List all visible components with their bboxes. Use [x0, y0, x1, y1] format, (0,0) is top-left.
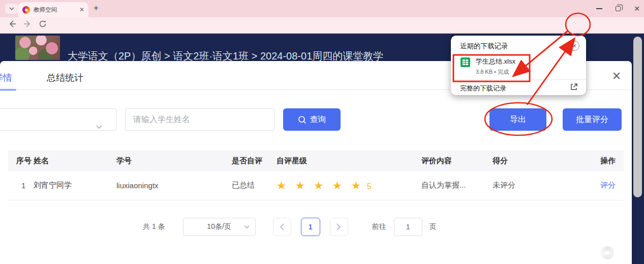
modal-close-icon[interactable]: ✕ — [610, 70, 623, 82]
downloads-popup-title: 近期的下载记录 — [460, 42, 508, 51]
back-icon[interactable] — [8, 20, 16, 30]
new-tab-button[interactable]: + — [94, 3, 99, 13]
student-name-input[interactable] — [125, 108, 274, 131]
window-restore-icon[interactable] — [616, 6, 621, 11]
reload-icon[interactable] — [39, 20, 47, 30]
query-button[interactable]: 查询 — [283, 108, 341, 131]
forward-icon[interactable] — [23, 20, 32, 30]
browser-tab-strip: 教师空间 ✕ + ✕ — [0, 0, 644, 17]
chevron-right-icon — [336, 223, 341, 230]
col-name: 姓名 — [34, 156, 116, 166]
download-file-meta: 3.8 KB • 完成 — [476, 68, 515, 76]
batch-score-button[interactable]: 批量评分 — [563, 108, 622, 131]
window-minimize-icon[interactable] — [596, 8, 602, 9]
site-favicon-icon — [22, 6, 30, 14]
chevron-down-icon — [96, 125, 102, 129]
next-page-button[interactable] — [330, 218, 348, 236]
col-student-id: 学号 — [116, 156, 232, 166]
downloads-popup: 近期的下载记录 ✕ 学生总结.xlsx 3.8 KB • 完成 完整的下载记录 — [451, 36, 586, 95]
chevron-left-icon — [280, 223, 284, 230]
icve-watermark-icon — [601, 246, 614, 259]
browser-toolbar: zjy2.icve.com.cn/teacher/spoc_attendClas… — [0, 17, 644, 34]
open-downloads-icon[interactable] — [570, 83, 578, 93]
chevron-down-icon — [9, 7, 14, 10]
downloads-popup-close-icon[interactable]: ✕ — [569, 41, 579, 51]
cell-self-eval: 已总结 — [232, 181, 277, 190]
window-controls: ✕ — [596, 0, 640, 17]
table-header-row: 序号 姓名 学号 是否自评 自评星级 评价内容 得分 操作 — [8, 151, 624, 171]
window-close-icon[interactable]: ✕ — [634, 5, 640, 12]
search-icon — [298, 115, 306, 124]
current-page-button[interactable]: 1 — [301, 218, 320, 236]
score-link[interactable]: 评分 — [575, 181, 624, 190]
chevron-down-icon — [244, 225, 250, 229]
star-rating-value: 5 — [367, 182, 372, 191]
tab-detail[interactable]: 详情 — [0, 72, 12, 84]
cell-score: 未评分 — [493, 181, 575, 190]
col-action: 操作 — [575, 156, 624, 166]
excel-file-icon — [460, 57, 471, 68]
tab-summary-stats[interactable]: 总结统计 — [47, 72, 83, 84]
tab-search-button[interactable] — [5, 4, 18, 14]
full-downloads-link[interactable]: 完整的下载记录 — [460, 84, 506, 93]
goto-label: 前往 — [372, 222, 386, 231]
popup-divider — [451, 79, 586, 80]
tab-title: 教师空间 — [34, 6, 76, 14]
col-index: 序号 — [8, 156, 34, 166]
pagination: 共 1 条 10条/页 1 前往 页 — [143, 218, 437, 236]
cell-stars: ★ ★ ★ ★ ★ 5 — [277, 180, 421, 192]
filter-select[interactable] — [0, 108, 117, 131]
prev-page-button[interactable] — [273, 218, 291, 236]
cell-index: 1 — [8, 181, 34, 190]
cell-student-id: liuxiaoningtx — [116, 181, 232, 190]
students-table: 序号 姓名 学号 是否自评 自评星级 评价内容 得分 操作 1 刘宵宁同学 li… — [8, 151, 624, 200]
col-stars: 自评星级 — [277, 156, 421, 166]
course-cover-image — [15, 36, 60, 60]
page-scrollbar[interactable] — [633, 37, 642, 197]
star-rating-icons: ★ ★ ★ ★ ★ — [277, 180, 363, 191]
page-suffix: 页 — [430, 222, 437, 231]
col-self-eval: 是否自评 — [232, 156, 277, 166]
cell-name: 刘宵宁同学 — [34, 181, 116, 190]
download-file-item[interactable]: 学生总结.xlsx 3.8 KB • 完成 — [460, 57, 515, 76]
export-button[interactable]: 导出 — [489, 108, 546, 131]
download-file-name[interactable]: 学生总结.xlsx — [476, 57, 515, 66]
pagination-total: 共 1 条 — [143, 222, 165, 231]
goto-page-input[interactable] — [394, 218, 422, 236]
page-size-select[interactable]: 10条/页 — [183, 218, 256, 236]
tab-close-icon[interactable]: ✕ — [79, 6, 84, 13]
cell-content: 自认为掌握... — [421, 181, 493, 190]
table-row: 1 刘宵宁同学 liuxiaoningtx 已总结 ★ ★ ★ ★ ★ 5 自认… — [8, 171, 624, 200]
col-content: 评价内容 — [421, 156, 493, 166]
browser-tab[interactable]: 教师空间 ✕ — [18, 2, 88, 17]
col-score: 得分 — [493, 156, 575, 166]
